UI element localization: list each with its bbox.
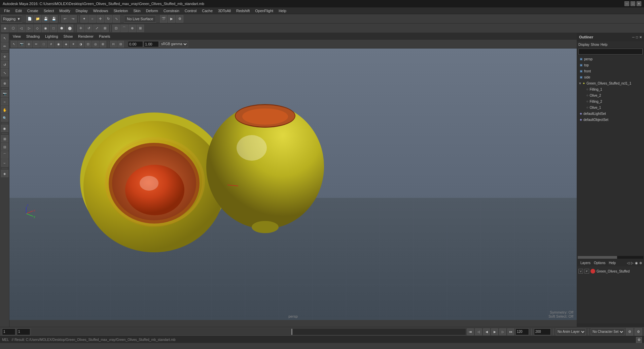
- menu-edit[interactable]: Edit: [13, 8, 25, 13]
- outliner-search-input[interactable]: [578, 49, 643, 55]
- menu-skeleton[interactable]: Skeleton: [111, 8, 131, 13]
- component-btn[interactable]: ◇: [34, 25, 41, 32]
- no-anim-layer-select[interactable]: No Anim Layer: [556, 328, 586, 335]
- tree-item-filling2[interactable]: ○ Filling_2: [577, 98, 644, 104]
- grid-vp-btn[interactable]: #: [48, 41, 55, 47]
- 3d-canvas[interactable]: x y z persp Symmetry: Off Soft Select: O…: [9, 49, 577, 320]
- next-key-btn[interactable]: ⏭: [507, 328, 514, 335]
- layers-tab-layers[interactable]: Layers: [579, 260, 592, 265]
- menu-control[interactable]: Control: [182, 8, 199, 13]
- open-scene-btn[interactable]: 📁: [34, 15, 41, 23]
- outliner-minimize[interactable]: ─: [632, 35, 635, 39]
- timeline-end-input[interactable]: [534, 328, 551, 335]
- new-scene-btn[interactable]: 📄: [26, 15, 33, 23]
- flare-lt-btn[interactable]: ⌣: [1, 159, 8, 167]
- hud-btn[interactable]: H: [110, 41, 117, 47]
- prev-frame-btn[interactable]: ◁: [475, 328, 482, 335]
- tree-item-olive1[interactable]: ○ Olive_1: [577, 104, 644, 110]
- layers-scrollbar[interactable]: [577, 323, 644, 327]
- lasso-btn[interactable]: ○: [88, 15, 96, 23]
- layer-visibility-btn[interactable]: V: [578, 269, 583, 274]
- ol-show-menu[interactable]: Show: [591, 43, 599, 46]
- save-scene-btn[interactable]: 💾: [42, 15, 49, 23]
- resolution-vp-btn[interactable]: ⊞: [100, 41, 106, 47]
- undo-btn[interactable]: ↩: [61, 15, 69, 23]
- tree-item-olive2[interactable]: ○ Olive_2: [577, 92, 644, 98]
- render-settings-btn[interactable]: ⚙: [176, 15, 183, 23]
- tree-item-top[interactable]: ▣ top: [577, 62, 644, 68]
- rot-tool-btn[interactable]: ↺: [85, 25, 93, 32]
- layers-tab-options[interactable]: Options: [593, 260, 607, 265]
- snap-view-btn[interactable]: ⊞: [137, 25, 144, 32]
- camera-lt-btn[interactable]: 📷: [1, 90, 8, 97]
- scale-tool-btn[interactable]: ⤢: [93, 25, 101, 32]
- select-vp-btn[interactable]: ↖: [11, 41, 17, 47]
- xray-vp-btn[interactable]: ⊡: [85, 41, 92, 47]
- smooth-vp-btn[interactable]: ◉: [55, 41, 62, 47]
- circ-select-btn[interactable]: ⬤: [66, 25, 73, 32]
- save-as-btn[interactable]: 💾: [50, 15, 58, 23]
- menu-help[interactable]: Help: [276, 8, 289, 13]
- outliner-scrollbar[interactable]: [577, 256, 644, 259]
- orbit-lt-btn[interactable]: ○: [1, 98, 8, 105]
- soft-mod-btn[interactable]: ◉: [42, 25, 49, 32]
- cam-vp-btn[interactable]: 📷: [18, 41, 25, 47]
- render-btn[interactable]: 🎬: [160, 15, 167, 23]
- vp-lighting-menu[interactable]: Lighting: [43, 34, 60, 39]
- vp-view-menu[interactable]: View: [11, 34, 23, 39]
- no-live-surface-btn[interactable]: No Live Surface: [124, 15, 156, 23]
- menu-deform[interactable]: Deform: [143, 8, 161, 13]
- layer-pickable-btn[interactable]: P: [584, 269, 589, 274]
- bend-lt-btn[interactable]: ⌒: [1, 151, 8, 159]
- select-tool-btn[interactable]: ◈: [1, 25, 9, 32]
- next-frame-btn[interactable]: ▷: [499, 328, 506, 335]
- shadow-vp-btn[interactable]: ◑: [77, 41, 84, 47]
- rigging-dropdown[interactable]: Rigging ▼: [1, 15, 22, 23]
- timeline-track[interactable]: [32, 329, 466, 335]
- tree-item-group-olives[interactable]: ▼ ✦ Green_Olives_Stuffed_ncl1_1: [577, 80, 644, 86]
- pb-settings-btn2[interactable]: ⚙: [635, 328, 642, 336]
- character-set-select[interactable]: No Character Set: [591, 328, 624, 335]
- menu-constrain[interactable]: Constrain: [161, 8, 182, 13]
- layers-btn1[interactable]: ◁: [627, 261, 630, 265]
- snap-point-btn[interactable]: ⊕: [129, 25, 136, 32]
- light-vp-btn[interactable]: ☀: [70, 41, 77, 47]
- scale-lt-btn[interactable]: ⤡: [1, 69, 8, 76]
- menu-display[interactable]: Display: [73, 8, 91, 13]
- move-lt-btn[interactable]: ✛: [1, 53, 8, 60]
- tree-item-front[interactable]: ▣ front: [577, 68, 644, 74]
- coord-y-input[interactable]: [144, 41, 159, 47]
- snap-vp-btn[interactable]: ⊕: [26, 41, 32, 47]
- menu-create[interactable]: Create: [25, 8, 41, 13]
- rot-lt-btn[interactable]: ↺: [1, 61, 8, 68]
- select-btn[interactable]: ✦: [80, 15, 88, 23]
- menu-windows[interactable]: Windows: [91, 8, 111, 13]
- menu-file[interactable]: File: [1, 8, 13, 13]
- outliner-restore[interactable]: □: [636, 35, 638, 39]
- xform-tool-btn[interactable]: ⊞: [101, 25, 109, 32]
- isolate-vp-btn[interactable]: ◎: [92, 41, 99, 47]
- soft-lt-btn[interactable]: ◉: [1, 125, 8, 132]
- move-tool-btn[interactable]: ✛: [77, 25, 84, 32]
- vp-renderer-menu[interactable]: Renderer: [76, 34, 96, 39]
- grid-show-btn[interactable]: ⊟: [117, 41, 124, 47]
- current-frame-input[interactable]: [17, 328, 30, 335]
- close-button[interactable]: ✕: [637, 1, 641, 6]
- lattice-lt-btn[interactable]: ⊟: [1, 143, 8, 151]
- zoom-lt-btn[interactable]: 🔍: [1, 114, 8, 122]
- tree-item-lightset[interactable]: ◈ defaultLightSet: [577, 110, 644, 117]
- play-fwd-btn[interactable]: ▶: [491, 328, 498, 335]
- paint-vp-btn[interactable]: ✏: [33, 41, 40, 47]
- menu-cache[interactable]: Cache: [199, 8, 215, 13]
- paint-select-btn[interactable]: ⬡: [9, 25, 17, 32]
- vp-panels-menu[interactable]: Panels: [97, 34, 112, 39]
- tree-item-objectset[interactable]: ◈ defaultObjectSet: [577, 117, 644, 123]
- snap-grid-btn[interactable]: ⊡: [112, 25, 120, 32]
- outliner-close[interactable]: ✕: [639, 35, 642, 39]
- tree-item-side[interactable]: ▣ side: [577, 74, 644, 80]
- restore-button[interactable]: □: [631, 1, 635, 6]
- redo-btn[interactable]: ↪: [69, 15, 77, 23]
- coord-x-input[interactable]: [128, 41, 143, 47]
- end-frame-input[interactable]: [515, 328, 529, 335]
- paint-lt-btn[interactable]: ✏: [1, 42, 8, 50]
